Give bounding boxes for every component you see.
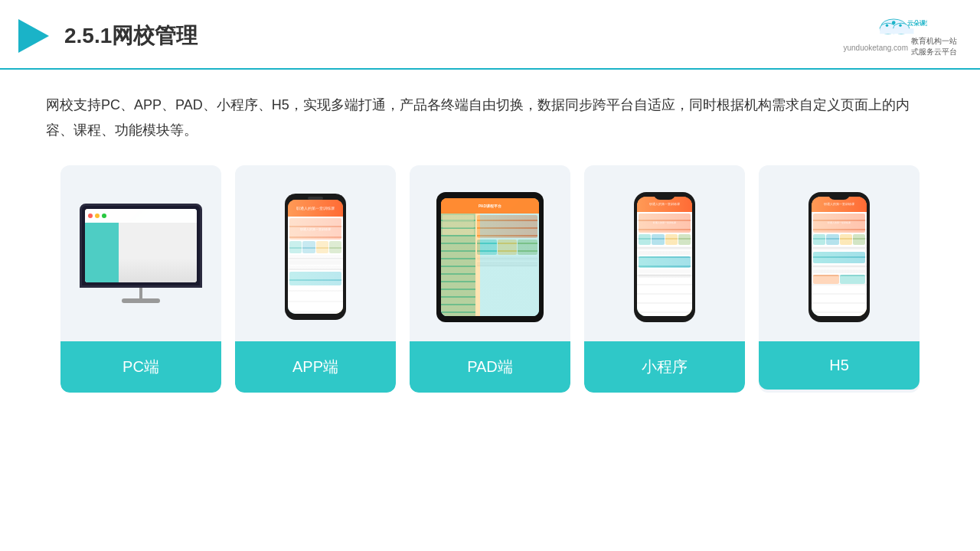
pc-monitor [80,204,202,311]
logo-url: yunduoketang.com [843,44,908,52]
card-pc: PC端 [60,165,221,393]
card-app: 职通人的第一堂训练课 职通人的第一堂训练课 [235,165,396,393]
card-app-image: 职通人的第一堂训练课 职通人的第一堂训练课 [235,165,396,341]
svg-marker-0 [18,19,49,53]
play-icon [15,18,52,54]
card-pc-label: PC端 [60,341,221,393]
card-pc-image [60,165,221,341]
card-miniprogram-label: 小程序 [584,341,745,393]
logo-area: 云朵课堂 yunduoketang.com 教育机构一站 式服务云平台 [843,14,957,57]
svg-point-6 [892,21,896,24]
header-left: 2.5.1网校管理 [15,18,198,54]
svg-point-7 [899,24,901,26]
card-h5-image: 职通人的第一堂训练课 职通人的第一堂训练课 [759,165,920,341]
app-phone: 职通人的第一堂训练课 职通人的第一堂训练课 [285,194,346,320]
description-text: 网校支持PC、APP、PAD、小程序、H5，实现多端打通，产品各终端自由切换，数… [46,93,934,142]
h5-phone: 职通人的第一堂训练课 职通人的第一堂训练课 [808,192,870,322]
page-title: 2.5.1网校管理 [64,21,198,51]
card-app-label: APP端 [235,341,396,393]
card-h5: 职通人的第一堂训练课 职通人的第一堂训练课 [759,165,920,393]
miniprogram-phone: 职通人的第一堂训练课 职通人的第一堂训练课 [634,192,695,322]
card-pad-label: PAD端 [410,341,570,393]
card-miniprogram-image: 职通人的第一堂训练课 职通人的第一堂训练课 [584,165,745,341]
main-content: 网校支持PC、APP、PAD、小程序、H5，实现多端打通，产品各终端自由切换，数… [0,70,980,408]
svg-rect-4 [880,28,913,34]
card-miniprogram: 职通人的第一堂训练课 职通人的第一堂训练课 [584,165,745,393]
logo-icon: 云朵课堂 [874,14,927,36]
logo-tagline: 教育机构一站 式服务云平台 [911,36,957,57]
cards-container: PC端 职通人的第一堂训练课 职通人的第一堂训练课 [46,165,934,393]
card-h5-label: H5 [759,341,920,390]
pad-tablet: PAD课程平台 [436,192,544,322]
header: 2.5.1网校管理 云朵课堂 yunduoketang.com 教育机构一站 式… [0,0,980,70]
svg-point-5 [885,24,887,26]
card-pad-image: PAD课程平台 [410,165,570,341]
svg-text:云朵课堂: 云朵课堂 [906,20,926,27]
card-pad: PAD课程平台 [410,165,570,393]
